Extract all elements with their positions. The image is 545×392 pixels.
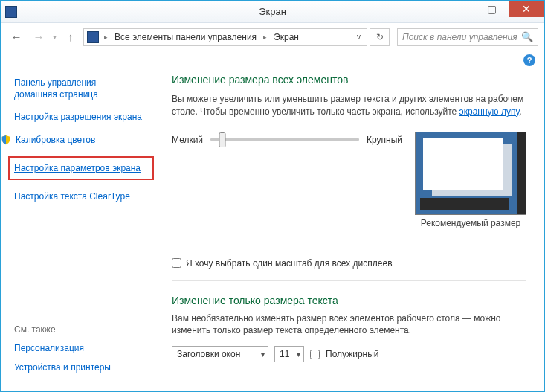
element-select-value: Заголовки окон <box>177 349 240 359</box>
highlighted-sidebar-item: Настройка параметров экрана <box>8 156 154 180</box>
single-scale-label: Я хочу выбрать один масштаб для всех дис… <box>186 258 393 269</box>
content-pane: Изменение размера всех элементов Вы може… <box>157 66 544 391</box>
close-button[interactable]: ✕ <box>509 1 544 17</box>
up-button[interactable]: ↑ <box>61 28 80 47</box>
breadcrumb-root[interactable]: Все элементы панели управления <box>113 32 258 42</box>
text-size-description: Вам необязательно изменять размер всех э… <box>172 312 526 338</box>
sidebar-item-devices[interactable]: Устройства и принтеры <box>14 362 148 373</box>
text-size-heading: Изменение только размера текста <box>172 295 526 306</box>
sidebar-item-display-params[interactable]: Настройка параметров экрана <box>14 162 145 174</box>
slider-thumb[interactable] <box>219 132 226 147</box>
see-also-header: См. также <box>14 324 148 335</box>
sidebar-item-calibration[interactable]: Калибровка цветов <box>16 134 151 146</box>
search-box[interactable]: 🔍 <box>397 28 538 46</box>
page-heading: Изменение размера всех элементов <box>172 74 526 86</box>
divider <box>172 280 526 281</box>
single-scale-row: Я хочу выбрать один масштаб для всех дис… <box>172 258 526 269</box>
window-controls: — ▢ ✕ <box>440 1 544 17</box>
sidebar: Панель управления — домашняя страница На… <box>1 66 157 391</box>
slider-block: Мелкий Крупный <box>172 132 404 147</box>
history-dropdown-icon[interactable]: ▾ <box>51 33 58 41</box>
control-panel-icon <box>87 31 99 43</box>
main-area: Панель управления — домашняя страница На… <box>1 66 544 391</box>
font-size-value: 11 <box>280 349 289 359</box>
sidebar-item-cleartype[interactable]: Настройка текста ClearType <box>14 190 151 202</box>
sample-caption: Рекомендуемый размер <box>415 218 526 228</box>
forward-button[interactable]: → <box>29 28 48 47</box>
bold-label: Полужирный <box>326 349 379 359</box>
sidebar-item-resolution[interactable]: Настройка разрешения экрана <box>14 111 151 123</box>
search-icon: 🔍 <box>521 31 533 42</box>
sidebar-item-home[interactable]: Панель управления — домашняя страница <box>14 77 151 100</box>
help-row: ? <box>1 51 544 66</box>
size-selection-row: Мелкий Крупный Рекомендуемый размер <box>172 132 526 228</box>
sample-screen-preview <box>415 132 526 215</box>
sidebar-item-personalization[interactable]: Персонализация <box>14 342 148 354</box>
single-scale-checkbox[interactable] <box>172 258 181 268</box>
chevron-right-icon: ▸ <box>102 33 110 41</box>
sidebar-footer: См. также Персонализация Устройства и пр… <box>14 324 148 381</box>
refresh-button[interactable]: ↻ <box>370 28 390 46</box>
shield-icon <box>1 135 11 145</box>
breadcrumb-leaf[interactable]: Экран <box>272 32 300 42</box>
slider-max-label: Крупный <box>367 135 402 145</box>
address-dropdown-icon[interactable]: v <box>354 33 364 41</box>
maximize-button[interactable]: ▢ <box>474 1 509 17</box>
size-slider[interactable] <box>210 133 359 147</box>
element-select[interactable]: Заголовки окон <box>172 346 268 362</box>
sample-column: Рекомендуемый размер <box>415 132 526 228</box>
nav-bar: ← → ▾ ↑ ▸ Все элементы панели управления… <box>1 23 544 51</box>
search-input[interactable] <box>402 32 517 42</box>
address-bar[interactable]: ▸ Все элементы панели управления ▸ Экран… <box>83 28 367 46</box>
back-button[interactable]: ← <box>7 28 26 47</box>
help-icon[interactable]: ? <box>523 54 535 66</box>
slider-track <box>210 138 359 141</box>
chevron-right-icon: ▸ <box>261 33 269 41</box>
title-bar: Экран — ▢ ✕ <box>1 1 544 23</box>
text-size-controls: Заголовки окон 11 Полужирный <box>172 346 526 362</box>
font-size-select[interactable]: 11 <box>274 346 304 362</box>
bold-checkbox[interactable] <box>310 350 320 359</box>
minimize-button[interactable]: — <box>440 1 474 17</box>
page-description: Вы можете увеличить или уменьшить размер… <box>172 93 526 118</box>
slider-min-label: Мелкий <box>172 135 203 145</box>
magnifier-link[interactable]: экранную лупу <box>459 106 520 117</box>
